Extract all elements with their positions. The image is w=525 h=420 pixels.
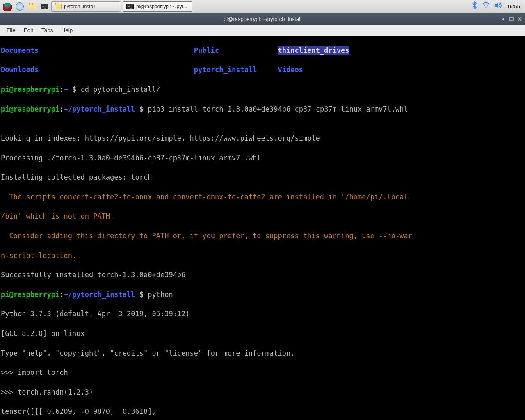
prompt-path: ~: [64, 85, 68, 94]
task-label: pytorch_install: [64, 4, 96, 9]
bluetooth-icon[interactable]: [471, 1, 478, 11]
taskbar-right: 16:55: [471, 1, 523, 11]
terminal[interactable]: Documents Public thinclient_drives Downl…: [0, 36, 525, 420]
warning-line: n-script-location.: [1, 251, 524, 261]
folder-icon: [55, 4, 62, 9]
output-line: Type "help", "copyright", "credits" or "…: [1, 349, 524, 358]
ls-entry: Videos: [278, 66, 303, 74]
prompt-path: ~/pytorch_install: [64, 290, 135, 299]
output-line: Successfully installed torch-1.3.0a0+de3…: [1, 270, 524, 280]
output-line: Processing ./torch-1.3.0a0+de394b6-cp37-…: [1, 153, 524, 163]
prompt-path: ~/pytorch_install: [64, 105, 135, 113]
raspberry-menu-icon[interactable]: [2, 1, 13, 12]
window-controls: [500, 13, 523, 25]
menu-edit[interactable]: Edit: [20, 26, 37, 34]
maximize-button[interactable]: [508, 16, 515, 22]
prompt-user: pi@raspberrypi: [1, 85, 59, 94]
output-line: Installing collected packages: torch: [1, 173, 524, 183]
output-line: >>> torch.randn(1,2,3): [1, 388, 524, 397]
prompt-user: pi@raspberrypi: [1, 105, 59, 113]
menu-file[interactable]: File: [2, 26, 20, 34]
ls-entry: Documents: [1, 46, 194, 55]
close-button[interactable]: [516, 16, 523, 22]
task-label: pi@raspberrypi: ~/pyt...: [136, 4, 187, 9]
task-button-file-manager[interactable]: pytorch_install: [51, 1, 121, 12]
file-manager-icon[interactable]: [26, 1, 38, 12]
ls-entry: thinclient_drives: [278, 46, 349, 55]
ls-entry: Public: [194, 46, 278, 55]
taskbar: >_ pytorch_install >_ pi@raspberrypi: ~/…: [0, 0, 525, 13]
output-line: Looking in indexes: https://pypi.org/sim…: [1, 134, 524, 144]
terminal-launcher-icon[interactable]: >_: [39, 1, 50, 12]
minimize-button[interactable]: [500, 16, 507, 22]
output-line: Python 3.7.3 (default, Apr 3 2019, 05:39…: [1, 309, 524, 319]
window-titlebar[interactable]: pi@raspberrypi: ~/pytorch_install: [0, 13, 525, 25]
menubar: File Edit Tabs Help: [0, 25, 525, 36]
ls-entry: Downloads: [1, 66, 194, 74]
taskbar-left: >_ pytorch_install >_ pi@raspberrypi: ~/…: [2, 1, 471, 12]
menu-help[interactable]: Help: [57, 26, 77, 34]
output-line: [GCC 8.2.0] on linux: [1, 329, 524, 339]
window-title: pi@raspberrypi: ~/pytorch_install: [224, 16, 301, 22]
command: cd pytorch_install/: [81, 85, 160, 94]
output-line: >>> import torch: [1, 368, 524, 378]
wifi-icon[interactable]: [482, 2, 490, 11]
clock[interactable]: 16:55: [507, 3, 520, 9]
svg-rect-1: [510, 17, 513, 21]
ls-entry: pytorch_install: [194, 66, 278, 74]
globe-icon[interactable]: [14, 1, 25, 12]
task-button-terminal[interactable]: >_ pi@raspberrypi: ~/pyt...: [123, 1, 192, 12]
terminal-icon: >_: [126, 4, 134, 9]
output-line: tensor([[[ 0.6209, -0.9870, 0.3618],: [1, 407, 524, 417]
volume-icon[interactable]: [494, 2, 502, 11]
svg-point-0: [486, 7, 487, 8]
warning-line: Consider adding this directory to PATH o…: [1, 231, 524, 241]
command: python: [148, 290, 173, 299]
menu-tabs[interactable]: Tabs: [37, 26, 57, 34]
command: pip3 install torch-1.3.0a0+de394b6-cp37-…: [148, 105, 408, 113]
warning-line: /bin' which is not on PATH.: [1, 212, 524, 221]
prompt-user: pi@raspberrypi: [1, 290, 59, 299]
warning-line: The scripts convert-caffe2-to-onnx and c…: [1, 192, 524, 202]
